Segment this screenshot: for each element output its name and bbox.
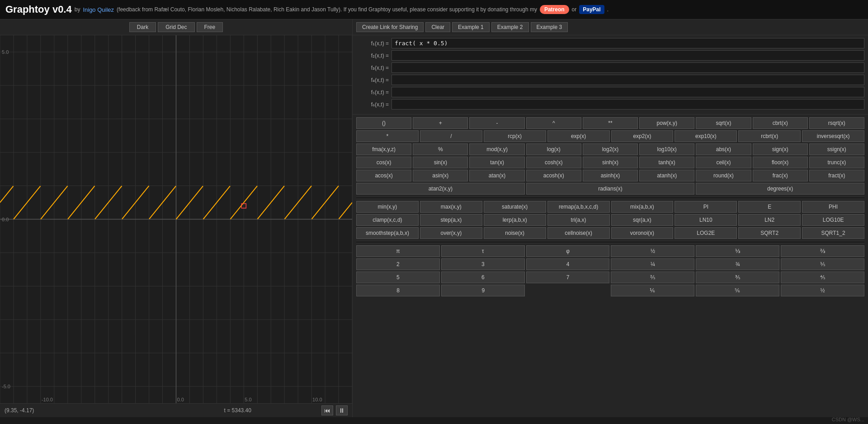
- example3-button[interactable]: Example 3: [531, 22, 568, 32]
- keypad-button[interactable]: *: [356, 130, 419, 142]
- keypad-button[interactable]: degrees(x): [696, 183, 864, 195]
- keypad-button[interactable]: (): [356, 117, 411, 129]
- free-button[interactable]: Free: [197, 22, 223, 32]
- keypad-button[interactable]: radians(x): [526, 183, 695, 195]
- keypad-button[interactable]: rsqrt(x): [809, 117, 864, 129]
- keypad-button[interactable]: tan(x): [469, 157, 524, 168]
- function-input-1[interactable]: [392, 38, 864, 48]
- dark-button[interactable]: Dark: [129, 22, 156, 32]
- keypad-button[interactable]: log(x): [526, 143, 581, 155]
- keypad-button[interactable]: clamp(x,c,d): [356, 214, 419, 226]
- keypad-button[interactable]: /: [420, 130, 482, 142]
- keypad-button[interactable]: sinh(x): [583, 157, 638, 168]
- keypad-button[interactable]: fract(x): [809, 170, 864, 181]
- graph-canvas[interactable]: [0, 35, 352, 403]
- keypad-button[interactable]: %: [413, 143, 468, 155]
- keypad-button[interactable]: 3: [441, 258, 525, 270]
- keypad-button[interactable]: asin(x): [413, 170, 468, 181]
- keypad-button[interactable]: E: [738, 201, 801, 213]
- keypad-button[interactable]: 7: [526, 272, 610, 283]
- keypad-button[interactable]: 5: [356, 272, 440, 283]
- keypad-button[interactable]: +: [413, 117, 468, 129]
- keypad-button[interactable]: tri(a,x): [547, 214, 610, 226]
- function-input-2[interactable]: [392, 50, 864, 61]
- grid-dec-button[interactable]: Grid Dec: [158, 22, 194, 32]
- keypad-button[interactable]: 6: [441, 272, 525, 283]
- keypad-button[interactable]: frac(x): [753, 170, 808, 181]
- paypal-button[interactable]: PayPal: [579, 5, 604, 14]
- keypad-button[interactable]: ⅕: [781, 258, 864, 270]
- keypad-button[interactable]: pow(x,y): [639, 117, 694, 129]
- keypad-button[interactable]: rcbrt(x): [738, 130, 801, 142]
- keypad-button[interactable]: floor(x): [753, 157, 808, 168]
- create-link-button[interactable]: Create Link for Sharing: [356, 22, 424, 32]
- keypad-button[interactable]: inversesqrt(x): [802, 130, 864, 142]
- keypad-button[interactable]: min(x,y): [356, 201, 419, 213]
- rewind-button[interactable]: ⏮: [321, 405, 333, 415]
- keypad-button[interactable]: sign(x): [753, 143, 808, 155]
- keypad-button[interactable]: asinh(x): [583, 170, 638, 181]
- keypad-button[interactable]: exp10(x): [675, 130, 737, 142]
- keypad-button[interactable]: τ: [441, 245, 525, 257]
- keypad-button[interactable]: ssign(x): [809, 143, 864, 155]
- keypad-button[interactable]: rcp(x): [484, 130, 546, 142]
- keypad-button[interactable]: ⅚: [696, 285, 779, 296]
- keypad-button[interactable]: cbrt(x): [753, 117, 808, 129]
- function-input-4[interactable]: [392, 75, 864, 85]
- example2-button[interactable]: Example 2: [491, 22, 529, 32]
- keypad-button[interactable]: tanh(x): [639, 157, 694, 168]
- keypad-button[interactable]: step(a,x): [420, 214, 482, 226]
- keypad-button[interactable]: ⅓: [696, 245, 779, 257]
- example1-button[interactable]: Example 1: [452, 22, 490, 32]
- keypad-button[interactable]: trunc(x): [809, 157, 864, 168]
- keypad-button[interactable]: ½: [611, 245, 694, 257]
- keypad-button[interactable]: 8: [356, 285, 440, 296]
- function-input-5[interactable]: [392, 87, 864, 97]
- keypad-button[interactable]: LOG2E: [675, 227, 737, 239]
- keypad-button[interactable]: cosh(x): [526, 157, 581, 168]
- function-input-6[interactable]: [392, 99, 864, 110]
- keypad-button[interactable]: atanh(x): [639, 170, 694, 181]
- keypad-button[interactable]: ^: [526, 117, 581, 129]
- keypad-button[interactable]: ¾: [696, 258, 779, 270]
- keypad-button[interactable]: abs(x): [696, 143, 751, 155]
- keypad-button[interactable]: PI: [675, 201, 737, 213]
- keypad-button[interactable]: cos(x): [356, 157, 411, 168]
- keypad-button[interactable]: voronoi(x): [611, 227, 674, 239]
- keypad-button[interactable]: π: [356, 245, 440, 257]
- keypad-button[interactable]: acos(x): [356, 170, 411, 181]
- keypad-button[interactable]: ½: [781, 285, 864, 296]
- keypad-button[interactable]: cellnoise(x): [547, 227, 610, 239]
- keypad-button[interactable]: acosh(x): [526, 170, 581, 181]
- keypad-button[interactable]: mod(x,y): [469, 143, 524, 155]
- keypad-button[interactable]: ⅗: [696, 272, 779, 283]
- keypad-button[interactable]: log2(x): [583, 143, 638, 155]
- keypad-button[interactable]: LN10: [675, 214, 737, 226]
- keypad-button[interactable]: exp2(x): [611, 130, 674, 142]
- keypad-button[interactable]: sqrt(x): [696, 117, 751, 129]
- keypad-button[interactable]: -: [469, 117, 524, 129]
- keypad-button[interactable]: saturate(x): [484, 201, 546, 213]
- keypad-button[interactable]: 2: [356, 258, 440, 270]
- keypad-button[interactable]: over(x,y): [420, 227, 482, 239]
- keypad-button[interactable]: ⅘: [781, 272, 864, 283]
- keypad-button[interactable]: 9: [441, 285, 525, 296]
- keypad-button[interactable]: **: [583, 117, 638, 129]
- keypad-button[interactable]: atan2(x,y): [356, 183, 525, 195]
- keypad-button[interactable]: φ: [526, 245, 610, 257]
- keypad-button[interactable]: lerp(a,b,x): [484, 214, 546, 226]
- function-input-3[interactable]: [392, 62, 864, 73]
- keypad-button[interactable]: ⅔: [781, 245, 864, 257]
- keypad-button[interactable]: ⅖: [611, 272, 694, 283]
- keypad-button[interactable]: remap(a,b,x,c,d): [547, 201, 610, 213]
- keypad-button[interactable]: log10(x): [639, 143, 694, 155]
- keypad-button[interactable]: LOG10E: [802, 214, 864, 226]
- keypad-button[interactable]: sqr(a,x): [611, 214, 674, 226]
- keypad-button[interactable]: SQRT1_2: [802, 227, 864, 239]
- keypad-button[interactable]: PHI: [802, 201, 864, 213]
- keypad-button[interactable]: round(x): [696, 170, 751, 181]
- keypad-button[interactable]: max(x,y): [420, 201, 482, 213]
- keypad-button[interactable]: ⅙: [611, 285, 694, 296]
- pause-button[interactable]: ⏸: [336, 405, 348, 415]
- keypad-button[interactable]: SQRT2: [738, 227, 801, 239]
